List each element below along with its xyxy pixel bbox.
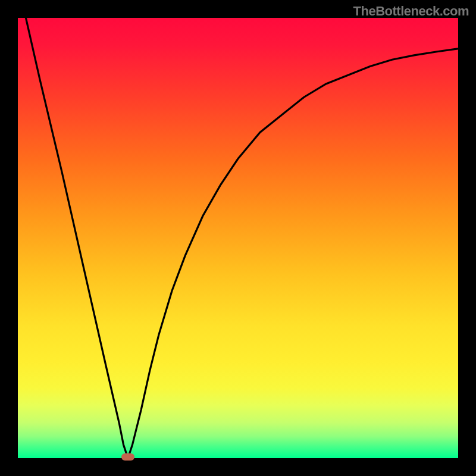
curve-svg bbox=[18, 18, 458, 458]
plot-area bbox=[18, 18, 458, 458]
attribution-text: TheBottleneck.com bbox=[353, 4, 469, 19]
bottleneck-curve bbox=[18, 18, 458, 458]
minimum-marker bbox=[121, 453, 134, 461]
chart-container: TheBottleneck.com bbox=[0, 0, 476, 476]
